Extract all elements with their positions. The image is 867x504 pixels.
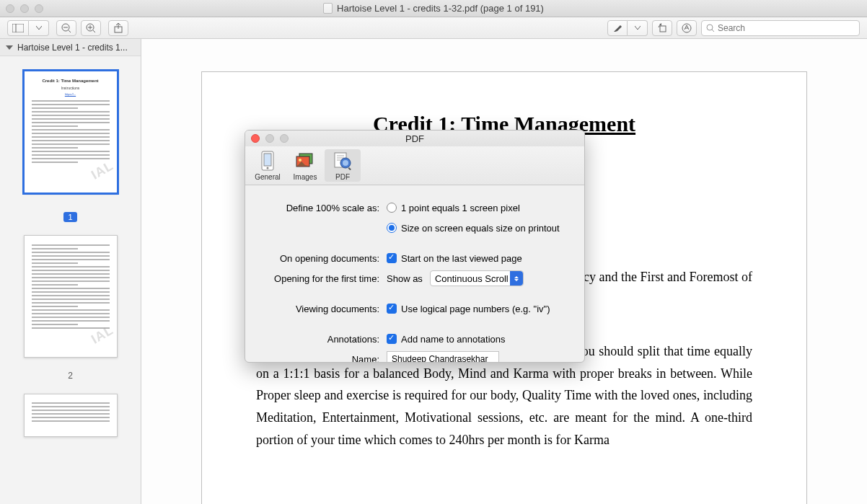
option-add-name: Add name to annotations	[401, 334, 506, 345]
window-titlebar: Hartoise Level 1 - credits 1-32.pdf (pag…	[0, 0, 867, 17]
window-title: Hartoise Level 1 - credits 1-32.pdf (pag…	[337, 3, 544, 14]
label-name: Name:	[252, 354, 387, 363]
general-icon	[258, 151, 278, 171]
chevron-down-icon	[36, 26, 42, 30]
markup-button[interactable]	[677, 20, 697, 36]
svg-line-8	[93, 30, 95, 32]
rotate-button[interactable]	[652, 20, 672, 36]
select-arrows-icon	[510, 271, 523, 286]
option-scale-point: 1 point equals 1 screen pixel	[401, 203, 520, 213]
svg-rect-0	[12, 24, 24, 32]
svg-rect-27	[348, 167, 351, 170]
markup-icon	[682, 23, 692, 33]
checkbox-add-name[interactable]	[387, 334, 397, 344]
checkbox-logical-pages[interactable]	[387, 304, 397, 314]
svg-point-26	[343, 160, 348, 166]
radio-scale-point[interactable]	[387, 203, 397, 213]
traffic-lights	[6, 4, 43, 13]
label-annotations: Annotations:	[252, 334, 387, 345]
label-opening: On opening documents:	[252, 253, 387, 264]
zoom-out-icon	[61, 23, 71, 33]
svg-line-14	[712, 30, 714, 32]
prefs-minimize-button[interactable]	[265, 134, 274, 143]
chevron-down-icon	[635, 26, 641, 30]
prefs-close-button[interactable]	[251, 134, 260, 143]
highlighter-icon	[612, 23, 622, 33]
option-logical-pages: Use logical page numbers (e.g. "iv")	[401, 304, 550, 314]
svg-rect-16	[264, 154, 271, 166]
view-sidebar-button[interactable]	[7, 20, 29, 36]
page-number-badge: 1	[63, 212, 76, 222]
zoom-in-button[interactable]	[81, 20, 101, 36]
prefs-tab-pdf[interactable]: PDF	[325, 149, 361, 182]
rotate-icon	[657, 23, 667, 33]
svg-point-13	[707, 25, 713, 30]
share-button[interactable]	[108, 20, 128, 36]
option-scale-printout: Size on screen equals size on printout	[401, 223, 560, 234]
highlight-button[interactable]	[607, 20, 628, 36]
sidebar-header[interactable]: Hartoise Level 1 - credits 1...	[0, 39, 141, 56]
svg-point-20	[299, 159, 302, 162]
select-view-mode[interactable]: Continuous Scroll	[430, 270, 524, 286]
svg-line-4	[69, 30, 71, 32]
thumbnail-page-2[interactable]: IAL	[24, 235, 118, 358]
prefs-tab-images[interactable]: Images	[287, 149, 323, 182]
svg-rect-11	[660, 26, 666, 32]
disclosure-triangle-icon	[6, 45, 13, 50]
view-menu-button[interactable]	[29, 20, 49, 36]
pdf-tab-icon	[333, 151, 353, 171]
name-field[interactable]: Shudeep Chandrasekhar	[387, 351, 499, 363]
search-input[interactable]	[718, 23, 855, 33]
minimize-window-button[interactable]	[20, 4, 29, 13]
prefs-title: PDF	[405, 133, 424, 144]
zoom-in-icon	[86, 23, 96, 33]
close-window-button[interactable]	[6, 4, 14, 13]
label-viewing: Viewing documents:	[252, 304, 387, 314]
thumbnail-sidebar: Hartoise Level 1 - credits 1... Credit 1…	[0, 39, 141, 504]
svg-point-17	[267, 167, 269, 169]
sidebar-icon	[12, 24, 24, 32]
share-icon	[114, 23, 123, 33]
label-first-time: Opening for the first time:	[252, 273, 387, 284]
radio-scale-printout[interactable]	[387, 223, 397, 233]
page-number-label: 2	[68, 371, 73, 381]
thumbnail-page-1[interactable]: Credit 1: Time Management Instructions h…	[24, 71, 118, 193]
zoom-out-button[interactable]	[56, 20, 76, 36]
label-show-as: Show as	[387, 273, 423, 284]
label-scale: Define 100% scale as:	[252, 203, 387, 213]
checkbox-last-viewed[interactable]	[387, 253, 397, 263]
option-last-viewed: Start on the last viewed page	[401, 253, 522, 264]
thumbnail-page-3[interactable]	[24, 394, 118, 437]
prefs-zoom-button[interactable]	[280, 134, 289, 143]
images-icon	[295, 151, 315, 171]
pdf-doc-icon	[323, 3, 333, 14]
prefs-tab-general[interactable]: General	[250, 149, 286, 182]
zoom-window-button[interactable]	[35, 4, 43, 13]
preferences-dialog: PDF General Images PDF Define 100% scale…	[245, 130, 585, 363]
main-toolbar	[0, 17, 867, 39]
prefs-titlebar: PDF	[245, 131, 584, 146]
highlight-menu-button[interactable]	[628, 20, 648, 36]
search-field[interactable]	[701, 20, 860, 36]
sidebar-doc-title: Hartoise Level 1 - credits 1...	[17, 43, 128, 53]
search-icon	[706, 24, 715, 32]
